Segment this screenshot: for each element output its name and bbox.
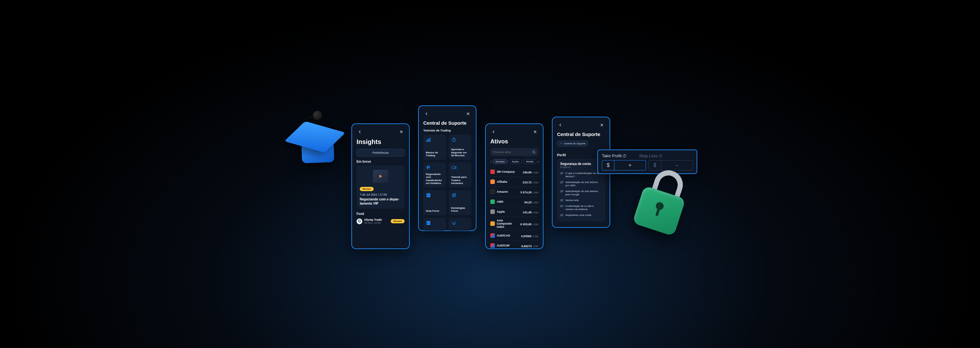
svg-rect-33 (560, 181, 563, 181)
bull-icon (451, 221, 457, 226)
help-icon[interactable]: ? (623, 154, 626, 157)
asset-price: 210,72 (523, 181, 532, 184)
topic-label: Autenticação de dois fatores pelo Google (565, 190, 602, 196)
asset-price: 0,93362 (521, 235, 532, 238)
topic-item[interactable]: Confirmação de e-mail e número de telefo… (560, 203, 602, 212)
topic-item[interactable]: Autenticação de dois fatores pelo Google (560, 189, 602, 197)
close-button[interactable] (465, 111, 471, 117)
tab-stocks[interactable]: Ações (509, 159, 522, 164)
graduation-cap-icon (280, 105, 353, 177)
asset-row[interactable]: Alibaba 210,72USD (490, 177, 538, 187)
insights-panel: Insights Preferências Em breve Stream 7 … (352, 123, 410, 249)
asset-name: Asia Composite Index (497, 219, 519, 229)
tutorial-tile-30min[interactable]: Aprenda a Negociar em 30 Minutos (449, 135, 472, 160)
asset-search-input[interactable] (493, 151, 532, 154)
tile-label: Estratégias Forex (451, 207, 469, 213)
asset-row[interactable]: Apple 141,48USD (490, 207, 538, 217)
asset-currency: USD (533, 171, 538, 174)
tab-currencies[interactable]: Moedas (493, 159, 508, 164)
tutorial-tile-beginners[interactable]: Tutorial para Traders Iniciantes (449, 162, 472, 188)
asset-name: Amazon (497, 190, 519, 193)
svg-rect-46 (560, 215, 563, 215)
tabs-next[interactable]: › (538, 159, 539, 164)
topic-item[interactable]: Senha forte (560, 197, 602, 203)
page-title: Central de Suporte (423, 120, 471, 126)
svg-rect-37 (560, 191, 563, 191)
page-title: Ativos (490, 138, 538, 145)
asset-logo-icon (490, 189, 495, 194)
category-tabs: ‹ Moedas Ações Metais › (490, 159, 538, 164)
security-subtitle: 6 tópicos (560, 165, 602, 168)
asset-price: 94,23 (525, 201, 532, 204)
doc-icon (560, 199, 563, 202)
svg-rect-30 (560, 172, 563, 172)
topic-label: Autenticação de dois fatores por SMS (565, 181, 602, 187)
back-button[interactable] (356, 129, 363, 135)
tutorial-tile-extra-2[interactable] (449, 218, 472, 231)
close-button[interactable] (532, 129, 538, 135)
svg-rect-42 (560, 205, 563, 205)
back-button[interactable] (557, 122, 563, 128)
topic-item[interactable]: Autenticação de dois fatores por SMS (560, 180, 602, 189)
section-subtitle: Tutoriais de Trading (423, 129, 471, 132)
svg-rect-44 (560, 207, 562, 207)
asset-row[interactable]: 3M Company 196,68USD (490, 167, 538, 177)
asset-logo-icon (490, 233, 495, 238)
asset-logo-icon (490, 243, 495, 248)
doc-icon (560, 181, 563, 187)
topic-item[interactable]: Arquivando uma conta (560, 212, 602, 218)
feed-timestamp: 06 июл. 16:00 (364, 221, 389, 224)
stream-title: Negociando com o depar- tamento VIP (360, 197, 401, 206)
candlestick-icon (426, 165, 431, 170)
svg-rect-31 (560, 173, 563, 173)
asset-row[interactable]: AUD/CHF 0,69272CHF (490, 241, 538, 250)
asset-row[interactable]: Asia Composite Index 6 003,65USD (490, 217, 538, 231)
upcoming-stream-card[interactable]: Stream 7 de Jul 2021 / 17:00 Negociando … (356, 165, 404, 209)
breadcrumb[interactable]: Central de Suporte (557, 140, 588, 146)
doc-icon (560, 190, 563, 196)
tab-metals[interactable]: Metais (523, 159, 537, 164)
asset-name: Alibaba (497, 180, 521, 183)
plus-icon[interactable]: + (614, 160, 646, 170)
asset-name: AUD/CHF (497, 244, 519, 247)
asset-currency: CHF (533, 245, 538, 248)
topic-label: Arquivando uma conta (565, 214, 591, 217)
tutorial-tile-forex-guide[interactable]: FX Guia Forex (423, 190, 446, 215)
asset-search[interactable] (490, 148, 538, 156)
asset-currency: USD (533, 191, 538, 194)
asset-currency: USD (533, 223, 538, 226)
help-icon[interactable]: ? (659, 154, 662, 157)
svg-rect-32 (560, 174, 562, 174)
tutorial-tile-basics[interactable]: Básico de Trading (423, 135, 446, 160)
tabs-prev[interactable]: ‹ (490, 159, 491, 164)
preferences-button[interactable]: Preferências (356, 149, 404, 157)
page-title: Central de Suporte (557, 132, 605, 137)
clock-icon (451, 137, 457, 142)
topic-label: Senha forte (565, 199, 579, 202)
asset-row[interactable]: Amazon 3 674,29USD (490, 187, 538, 197)
video-thumb-play-icon (373, 170, 388, 183)
close-button[interactable] (599, 122, 605, 128)
svg-text:FX: FX (427, 194, 430, 197)
asset-price: 196,68 (523, 171, 532, 174)
back-button[interactable] (490, 129, 497, 135)
topic-item[interactable]: O que é a Autenticação de dois fatores? (560, 170, 602, 180)
svg-point-20 (453, 194, 455, 196)
tutorial-tile-candles[interactable]: Negociando com Candlesticks em Detalhes (423, 162, 446, 188)
stop-loss-label: Stop Loss ? (639, 153, 662, 158)
asset-logo-icon (490, 221, 495, 226)
support-tutorials-panel: Central de Suporte Tutoriais de Trading … (418, 105, 476, 231)
feed-item[interactable]: O Olymp Trade 06 июл. 16:00 Stream (356, 218, 404, 224)
asset-price: 3 674,29 (520, 191, 531, 194)
asset-row[interactable]: AMD 94,23USD (490, 197, 538, 207)
asset-row[interactable]: AUD/CAD 0,93362CAD (490, 231, 538, 241)
doc-icon (560, 214, 563, 217)
doc-icon (560, 172, 563, 178)
asset-price: 6 003,65 (520, 222, 531, 226)
tutorial-tile-extra-1[interactable]: FTT (423, 218, 446, 231)
back-button[interactable] (423, 111, 430, 117)
tutorial-tile-forex-strategies[interactable]: Estratégias Forex (449, 190, 472, 215)
svg-rect-15 (452, 166, 455, 169)
take-profit-input[interactable]: $ + (602, 160, 646, 170)
close-button[interactable] (398, 129, 404, 135)
